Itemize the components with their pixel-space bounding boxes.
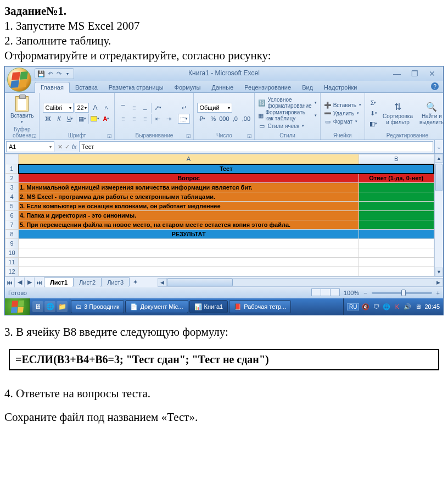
decrease-decimal-icon[interactable]: ,00 <box>241 114 251 124</box>
tab-data[interactable]: Данные <box>206 82 239 92</box>
cell[interactable] <box>19 239 359 248</box>
page-layout-view-icon[interactable] <box>321 288 331 296</box>
decrease-indent-icon[interactable]: ⇤ <box>153 114 163 124</box>
horizontal-scrollbar[interactable]: ◀ ▶ <box>158 278 443 287</box>
row-header[interactable]: 10 <box>5 248 19 258</box>
italic-button[interactable]: К <box>54 114 64 124</box>
row-header[interactable]: 6 <box>5 211 19 220</box>
scroll-right-icon[interactable]: ▶ <box>434 279 443 286</box>
scroll-up-icon[interactable]: ▲ <box>435 154 443 163</box>
new-sheet-icon[interactable]: ✶ <box>130 279 141 286</box>
cell[interactable] <box>19 267 359 276</box>
percent-icon[interactable]: % <box>208 114 218 124</box>
underline-button[interactable]: Ч▾ <box>65 114 75 124</box>
row-header[interactable]: 2 <box>5 174 19 183</box>
worksheet[interactable]: A B 1Тест2ВопросОтвет (1-да, 0-нет)31. М… <box>5 154 434 276</box>
shrink-font-icon[interactable]: A <box>101 103 111 113</box>
cell-question[interactable]: 2. MS Excel - программа для работы с эле… <box>19 192 359 202</box>
cell-answer[interactable] <box>359 183 434 192</box>
tray-icon[interactable]: K <box>393 303 401 310</box>
tray-icon[interactable]: 🖥 <box>414 303 422 310</box>
name-box[interactable]: A1▾ <box>6 141 54 152</box>
tab-review[interactable]: Рецензирование <box>239 82 296 92</box>
border-button[interactable]: ▦▾ <box>77 114 87 124</box>
format-as-table-button[interactable]: ▦Форматировать как таблицу▾ <box>258 109 316 121</box>
sheet-nav-last-icon[interactable]: ⏭ <box>35 277 44 287</box>
cell-answer[interactable] <box>359 202 434 211</box>
cell[interactable] <box>19 258 359 267</box>
row-header[interactable]: 3 <box>5 183 19 192</box>
align-left-icon[interactable]: ≡ <box>118 114 128 124</box>
align-center-icon[interactable]: ≡ <box>129 114 139 124</box>
align-bottom-icon[interactable]: ⎽ <box>140 103 150 113</box>
dialog-launcher-icon[interactable]: ◲ <box>32 133 37 138</box>
autosum-icon[interactable]: Σ▾ <box>368 98 378 108</box>
wrap-text-button[interactable]: ↵ <box>178 103 190 113</box>
sheet-nav-prev-icon[interactable]: ◀ <box>15 277 25 287</box>
font-color-button[interactable]: A▾ <box>101 114 111 124</box>
row-header[interactable]: 12 <box>5 267 19 276</box>
tab-addins[interactable]: Надстройки <box>318 82 362 92</box>
paste-button[interactable]: Вставить ▾ <box>8 95 36 125</box>
cell-answer[interactable] <box>359 211 434 220</box>
h-scrollbar-thumb[interactable] <box>167 279 233 286</box>
align-middle-icon[interactable]: ≡ <box>129 103 139 113</box>
delete-cells-button[interactable]: ➖Удалить▾ <box>324 109 361 117</box>
zoom-slider[interactable] <box>372 292 432 294</box>
cell[interactable] <box>19 248 359 258</box>
tray-icon[interactable]: 🛡 <box>372 303 380 310</box>
cell-result-label[interactable]: РЕЗУЛЬТАТ <box>19 230 359 239</box>
tray-icon[interactable]: 🔊 <box>404 303 411 310</box>
vertical-scrollbar[interactable]: ▲ ▼ <box>434 154 443 276</box>
cell[interactable] <box>359 248 434 258</box>
cell-styles-button[interactable]: ▭Стили ячеек▾ <box>258 122 316 130</box>
orientation-icon[interactable]: ⤢▾ <box>153 103 163 113</box>
quick-launch-icon[interactable]: 🌐 <box>44 301 55 312</box>
currency-icon[interactable]: ₽▾ <box>197 114 207 124</box>
tray-icon[interactable]: 🌐 <box>383 303 390 310</box>
tab-view[interactable]: Вид <box>296 82 318 92</box>
col-header-a[interactable]: A <box>19 154 359 164</box>
quick-launch-icon[interactable]: 📁 <box>57 301 68 312</box>
sheet-nav-next-icon[interactable]: ▶ <box>25 277 35 287</box>
tab-insert[interactable]: Вставка <box>70 82 103 92</box>
tab-formulas[interactable]: Формулы <box>169 82 206 92</box>
scroll-down-icon[interactable]: ▼ <box>435 268 443 276</box>
cell-question[interactable]: 1. Минимальной единицей измерения количе… <box>19 183 359 192</box>
save-icon[interactable]: 💾 <box>37 70 45 77</box>
scrollbar-thumb[interactable] <box>435 164 443 191</box>
conditional-formatting-button[interactable]: 🔢Условное форматирование▾ <box>258 97 316 109</box>
row-header[interactable]: 4 <box>5 192 19 202</box>
row-header[interactable]: 5 <box>5 202 19 211</box>
zoom-level[interactable]: 100% <box>344 290 359 296</box>
expand-formula-icon[interactable]: ⌄ <box>434 140 443 153</box>
cell-question[interactable]: 5. При перемещении файла на новое место,… <box>19 220 359 230</box>
zoom-out-icon[interactable]: − <box>363 290 367 296</box>
cell[interactable]: Вопрос <box>19 174 359 183</box>
increase-indent-icon[interactable]: ⇥ <box>164 114 173 124</box>
language-indicator[interactable]: RU <box>347 303 359 310</box>
fx-icon[interactable]: fx <box>72 143 77 150</box>
row-header[interactable]: 1 <box>5 164 19 174</box>
qat-dropdown-icon[interactable]: ▾ <box>64 70 71 77</box>
row-header[interactable]: 7 <box>5 220 19 230</box>
cell-answer[interactable] <box>359 220 434 230</box>
col-header-b[interactable]: B <box>359 154 434 164</box>
cell-title[interactable]: Тест <box>19 164 434 174</box>
increase-decimal-icon[interactable]: ,0 <box>230 114 240 124</box>
sheet-tab-3[interactable]: Лист3 <box>101 277 130 287</box>
view-buttons[interactable] <box>311 288 339 297</box>
tab-home[interactable]: Главная <box>35 82 70 93</box>
zoom-thumb[interactable] <box>401 290 406 296</box>
show-desktop-icon[interactable]: 🖥 <box>32 301 43 312</box>
enter-icon[interactable]: ✓ <box>65 143 70 151</box>
cell-result-value[interactable] <box>359 230 434 239</box>
tab-page-layout[interactable]: Разметка страницы <box>103 82 169 92</box>
tray-icon[interactable]: 🔇 <box>362 303 369 310</box>
dialog-launcher-icon[interactable]: ◲ <box>107 133 112 138</box>
row-header[interactable]: 9 <box>5 239 19 248</box>
dialog-launcher-icon[interactable]: ◲ <box>247 133 252 138</box>
sheet-tab-2[interactable]: Лист2 <box>73 277 102 287</box>
font-name-select[interactable]: Calibri▾ <box>43 103 74 113</box>
page-break-view-icon[interactable] <box>330 288 340 296</box>
